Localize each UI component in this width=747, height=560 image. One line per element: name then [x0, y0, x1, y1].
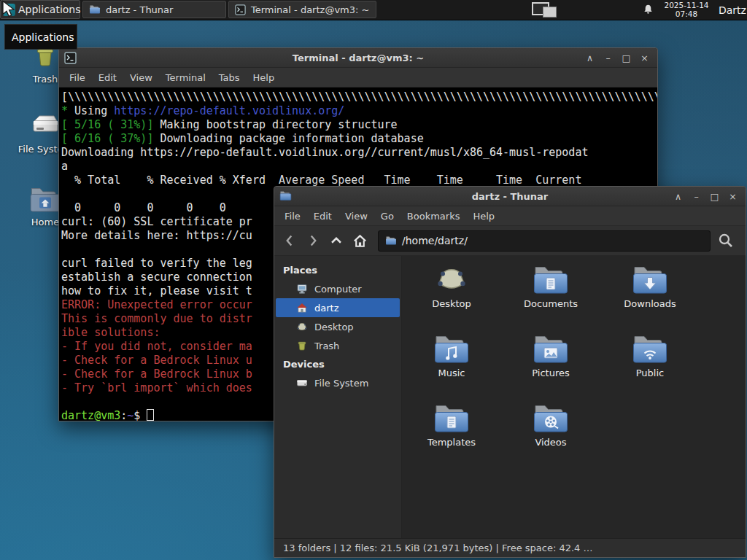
folder-item-pictures[interactable]: Pictures	[501, 334, 600, 378]
thunar-menu-view[interactable]: View	[338, 211, 374, 222]
pager-window-filled	[543, 7, 557, 18]
thunar-close-button[interactable]: ×	[728, 191, 738, 202]
folder-downloads-icon	[631, 265, 669, 295]
folder-item-label: Videos	[535, 437, 566, 448]
drive-icon	[29, 111, 61, 141]
terminal-titlebar[interactable]: Terminal - dartz@vm3: ~ ∧–□×	[59, 48, 657, 68]
sidebar-item-desktop[interactable]: Desktop	[276, 317, 400, 336]
top-panel: Applications dartz - Thunar Terminal - d…	[0, 0, 747, 20]
terminal-minimize-button[interactable]: –	[603, 52, 613, 63]
desktop-icon-label: Home	[31, 217, 59, 228]
thunar-statusbar: 13 folders | 12 files: 21.5 KiB (21,971 …	[274, 538, 746, 557]
sidebar-item-label: File System	[314, 378, 368, 389]
sidebar-item-file-system[interactable]: File System	[276, 373, 400, 392]
thunar-menu-file[interactable]: File	[278, 211, 307, 222]
thunar-sidebar: Places ComputerdartzDesktopTrash Devices…	[274, 256, 402, 538]
folder-public-icon	[631, 334, 669, 365]
home-folder-icon	[28, 185, 62, 214]
thunar-minimize-button[interactable]: –	[692, 191, 701, 202]
sidebar-item-computer[interactable]: Computer	[276, 279, 400, 298]
folder-item-label: Public	[636, 368, 664, 378]
sidebar-item-trash[interactable]: Trash	[276, 336, 400, 355]
panel-username: Dartz	[719, 0, 746, 20]
search-button[interactable]	[712, 229, 740, 252]
terminal-icon	[235, 4, 246, 15]
path-bar[interactable]: /home/dartz/	[378, 230, 711, 252]
panel-clock[interactable]: 2025-11-14 07:48	[660, 1, 713, 18]
folder-item-documents[interactable]: Documents	[501, 265, 600, 309]
taskbar-button-terminal[interactable]: Terminal - dartz@vm3: ~	[228, 1, 376, 18]
terminal-line: * Using https://repo-default.voidlinux.o…	[61, 104, 657, 118]
folder-item-label: Templates	[427, 437, 476, 448]
folder-item-templates[interactable]: Templates	[402, 403, 501, 448]
clock-date: 2025-11-14	[660, 1, 713, 10]
taskbar-button-thunar[interactable]: dartz - Thunar	[82, 1, 226, 18]
thunar-menu-help[interactable]: Help	[466, 211, 501, 222]
up-button[interactable]	[325, 230, 347, 252]
terminal-shade-button[interactable]: ∧	[585, 52, 595, 63]
folder-documents-icon	[532, 265, 570, 295]
applications-tooltip: Applications	[4, 24, 77, 50]
sidebar-item-label: Computer	[314, 284, 362, 295]
path-text: /home/dartz/	[402, 235, 468, 246]
taskbar-button-label: Terminal - dartz@vm3: ~	[251, 4, 369, 15]
terminal-line: [ 5/16 ( 31%)] Making bootstrap director…	[61, 118, 657, 132]
workspace-pager-icon[interactable]	[532, 2, 561, 18]
terminal-cursor	[147, 409, 154, 421]
back-button[interactable]	[279, 230, 301, 252]
forward-button[interactable]	[302, 230, 324, 252]
terminal-menubar: FileEditViewTerminalTabsHelp	[59, 68, 657, 88]
folder-item-downloads[interactable]: Downloads	[600, 265, 700, 309]
taskbar-button-label: dartz - Thunar	[106, 4, 173, 15]
home-icon	[296, 302, 308, 314]
thunar-toolbar: /home/dartz/	[274, 226, 746, 256]
terminal-menu-edit[interactable]: Edit	[92, 72, 123, 83]
sidebar-item-label: Trash	[314, 341, 339, 351]
thunar-menu-bookmarks[interactable]: Bookmarks	[400, 211, 467, 222]
folder-icon	[279, 190, 292, 203]
terminal-close-button[interactable]: ×	[640, 52, 649, 63]
thunar-file-view[interactable]: DesktopDocumentsDownloadsMusicPicturesPu…	[402, 256, 746, 538]
thunar-shade-button[interactable]: ∧	[673, 191, 683, 202]
desktop: Trash File System Home Terminal - dartz@…	[0, 0, 747, 560]
desktop-desk-icon	[433, 265, 471, 295]
computer-icon	[296, 283, 308, 295]
applications-label: Applications	[18, 4, 81, 15]
sidebar-item-dartz[interactable]: dartz	[276, 298, 400, 317]
desktop-icon-label: Trash	[33, 74, 58, 85]
terminal-menu-terminal[interactable]: Terminal	[159, 72, 212, 83]
folder-pictures-icon	[532, 334, 570, 365]
terminal-line: Downloading https://repo-default.voidlin…	[61, 146, 657, 160]
folder-item-label: Desktop	[432, 298, 471, 309]
sidebar-devices-header: Devices	[274, 355, 401, 373]
terminal-menu-help[interactable]: Help	[247, 72, 282, 83]
terminal-window-title: Terminal - dartz@vm3: ~	[59, 52, 657, 63]
folder-item-label: Downloads	[624, 298, 676, 309]
terminal-menu-tabs[interactable]: Tabs	[212, 72, 247, 83]
desk-icon	[296, 321, 308, 332]
sidebar-item-label: Desktop	[314, 322, 354, 332]
home-button[interactable]	[349, 230, 371, 252]
folder-item-desktop[interactable]: Desktop	[402, 265, 501, 309]
thunar-menu-go[interactable]: Go	[374, 211, 400, 222]
notification-bell-icon[interactable]	[641, 3, 655, 17]
terminal-menu-file[interactable]: File	[63, 72, 92, 83]
folder-item-label: Documents	[524, 298, 578, 309]
distro-logo-icon	[3, 4, 15, 16]
folder-item-music[interactable]: Music	[402, 334, 501, 378]
thunar-menu-edit[interactable]: Edit	[307, 211, 338, 222]
applications-menu-button[interactable]: Applications	[0, 0, 80, 19]
drive-icon	[296, 377, 308, 389]
thunar-maximize-button[interactable]: □	[710, 191, 719, 202]
folder-music-icon	[433, 334, 471, 365]
folder-item-videos[interactable]: Videos	[501, 403, 600, 448]
tooltip-text: Applications	[12, 31, 74, 43]
sidebar-item-label: dartz	[314, 303, 338, 314]
status-text: 13 folders | 12 files: 21.5 KiB (21,971 …	[283, 542, 593, 553]
terminal-menu-view[interactable]: View	[123, 72, 159, 83]
sidebar-places-header: Places	[274, 261, 401, 279]
thunar-titlebar[interactable]: dartz - Thunar ∧–□×	[274, 187, 746, 206]
folder-item-public[interactable]: Public	[600, 334, 700, 378]
terminal-maximize-button[interactable]: □	[622, 52, 631, 63]
thunar-menubar: FileEditViewGoBookmarksHelp	[274, 206, 746, 226]
